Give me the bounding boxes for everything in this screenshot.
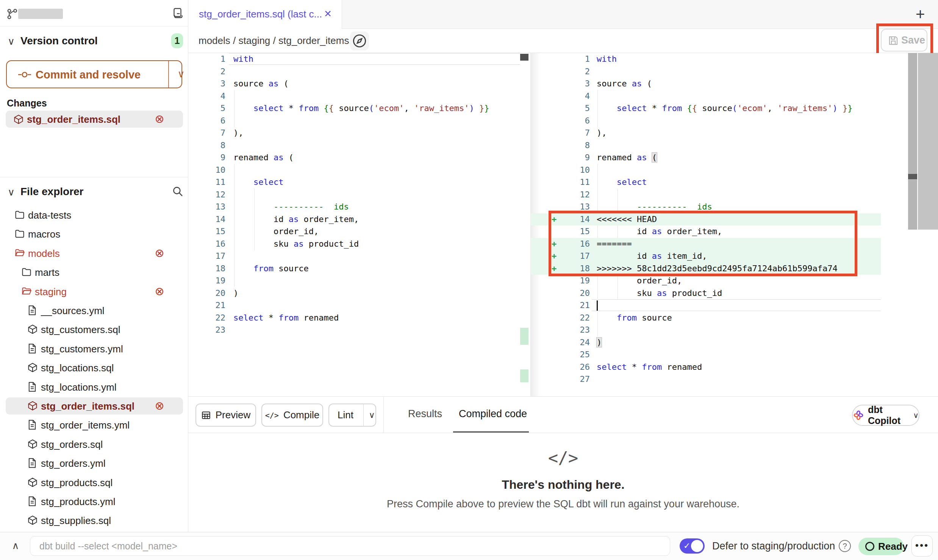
code-line[interactable]: 11 select	[531, 176, 881, 189]
code-line[interactable]: 26select * from renamed	[531, 361, 881, 374]
code-line[interactable]: 12	[188, 189, 520, 201]
dbt-copilot-button[interactable]: dbt Copilot ∨	[852, 405, 919, 426]
new-tab-icon[interactable]: +	[916, 5, 925, 23]
code-line[interactable]: 1with	[188, 53, 520, 66]
code-line[interactable]: 14 id as order_item,	[188, 213, 520, 226]
code-line[interactable]: 13 ---------- ids	[531, 201, 881, 213]
lineage-compass-icon[interactable]	[350, 31, 369, 50]
code-line[interactable]: +16=======	[531, 238, 881, 250]
code-line[interactable]: 9renamed as (	[531, 152, 881, 164]
lint-dropdown-chevron-icon[interactable]: ∨	[368, 410, 375, 420]
discard-change-icon[interactable]: ⊗	[153, 285, 166, 298]
model-icon	[27, 400, 38, 411]
code-line[interactable]: 16 sku as product_id	[188, 238, 520, 250]
expand-panel-chevron-icon[interactable]: ∧	[10, 540, 21, 552]
code-line[interactable]: 17	[188, 250, 520, 263]
code-line[interactable]: 19 order_id,	[531, 275, 881, 287]
save-button[interactable]: Save	[881, 29, 927, 52]
code-line[interactable]: 9renamed as (	[188, 152, 520, 164]
help-icon[interactable]: ?	[839, 540, 851, 552]
code-line[interactable]: 7),	[531, 127, 881, 139]
tab-results[interactable]: Results	[408, 408, 442, 420]
compile-button[interactable]: </> Compile	[261, 404, 323, 427]
code-line[interactable]: 23	[188, 324, 520, 336]
tab-stg-order-items[interactable]: stg_order_items.sql (last c... ✕	[188, 0, 342, 29]
file-row-stg-customers-yml[interactable]: stg_customers.yml	[6, 340, 183, 357]
file-row-stg-order-items-sql[interactable]: stg_order_items.sql⊗	[6, 397, 183, 415]
code-line[interactable]: 8	[188, 139, 520, 152]
code-line[interactable]: 21	[531, 299, 881, 312]
discard-change-icon[interactable]: ⊗	[153, 246, 166, 260]
code-line[interactable]: 1with	[531, 53, 881, 66]
file-row-stg-orders-yml[interactable]: stg_orders.yml	[6, 455, 183, 472]
code-line[interactable]: 8	[531, 139, 881, 152]
code-line[interactable]: 24)	[531, 336, 881, 349]
file-row-stg-locations-yml[interactable]: stg_locations.yml	[6, 379, 183, 396]
defer-toggle[interactable]: ✓	[680, 538, 705, 554]
file-row-models[interactable]: models⊗	[6, 245, 183, 262]
code-line[interactable]: 19	[188, 275, 520, 287]
code-line[interactable]: 10	[531, 164, 881, 177]
left-scrollbar-thumb[interactable]	[520, 54, 528, 61]
file-row-data-tests[interactable]: data-tests	[6, 206, 183, 224]
code-line[interactable]: 4	[188, 90, 520, 103]
code-line[interactable]: 25	[531, 349, 881, 361]
code-line[interactable]: 2	[531, 66, 881, 78]
code-line[interactable]: 6	[531, 115, 881, 127]
code-line[interactable]: 15 order_id,	[188, 225, 520, 238]
code-line[interactable]: 20)	[188, 287, 520, 300]
code-line[interactable]: 6	[188, 115, 520, 127]
code-line[interactable]: 3source as (	[188, 78, 520, 90]
code-line[interactable]: 23	[531, 324, 881, 336]
code-line[interactable]: 20 sku as product_id	[531, 287, 881, 300]
file-row-marts[interactable]: marts	[6, 264, 183, 281]
file-row-stg-supplies-sql[interactable]: stg_supplies.sql	[6, 512, 183, 529]
file-row-stg-locations-sql[interactable]: stg_locations.sql	[6, 359, 183, 376]
file-row--sources-yml[interactable]: __sources.yml	[6, 302, 183, 319]
right-scrollbar-thumb[interactable]	[908, 174, 917, 179]
file-explorer-section-header[interactable]: ∨ File explorer	[0, 184, 188, 200]
discard-change-icon[interactable]: ⊗	[153, 112, 166, 125]
file-row-stg-customers-sql[interactable]: stg_customers.sql	[6, 321, 183, 338]
code-line[interactable]: 2	[188, 66, 520, 78]
right-scrollbar-track[interactable]	[908, 53, 917, 230]
discard-change-icon[interactable]: ⊗	[153, 399, 166, 412]
code-line[interactable]: 13 ---------- ids	[188, 201, 520, 213]
file-row-macros[interactable]: macros	[6, 225, 183, 242]
file-row-stg-orders-sql[interactable]: stg_orders.sql	[6, 436, 183, 453]
code-line[interactable]: 22 from source	[531, 312, 881, 324]
code-line[interactable]: 21	[188, 299, 520, 312]
file-row-staging[interactable]: staging⊗	[6, 283, 183, 300]
code-line[interactable]: 11 select	[188, 176, 520, 189]
file-row-stg-products-yml[interactable]: stg_products.yml	[6, 493, 183, 510]
code-line[interactable]: 15 id as order_item,	[531, 225, 881, 238]
tab-compiled-code[interactable]: Compiled code	[459, 408, 527, 420]
code-line[interactable]: 18 from source	[188, 263, 520, 275]
code-line[interactable]: 7),	[188, 127, 520, 139]
code-line[interactable]: +17 id as item_id,	[531, 250, 881, 263]
file-row-stg-order-items-yml[interactable]: stg_order_items.yml	[6, 416, 183, 433]
code-line[interactable]: 3source as (	[531, 78, 881, 90]
code-line[interactable]: 27	[531, 373, 881, 386]
code-line[interactable]: 12	[531, 189, 881, 201]
code-line[interactable]: 5 select * from {{ source('ecom', 'raw_i…	[188, 102, 520, 115]
changed-file-row[interactable]: stg_order_items.sql ⊗	[6, 111, 183, 128]
dbt-command-input[interactable]	[30, 536, 670, 556]
code-line[interactable]: 5 select * from {{ source('ecom', 'raw_i…	[531, 102, 881, 115]
commit-and-resolve-button[interactable]: Commit and resolve ∨	[6, 60, 182, 88]
code-line[interactable]: 4	[531, 90, 881, 103]
version-control-section-header[interactable]: ∨ Version control 1	[0, 33, 188, 49]
code-line[interactable]: 10	[188, 164, 520, 177]
more-options-button[interactable]: •••	[911, 535, 933, 557]
close-tab-icon[interactable]: ✕	[324, 8, 332, 19]
code-line[interactable]: +14<<<<<<< HEAD	[531, 213, 881, 226]
search-icon[interactable]	[171, 185, 184, 198]
file-row-stg-products-sql[interactable]: stg_products.sql	[6, 474, 183, 491]
preview-button[interactable]: Preview	[195, 404, 256, 427]
commit-dropdown-chevron-icon[interactable]: ∨	[173, 68, 189, 80]
code-line[interactable]: +18>>>>>>> 58c1dd23d5eebd9cd2495fa7124ab…	[531, 263, 881, 275]
file-label: __sources.yml	[41, 305, 105, 317]
copy-icon[interactable]	[171, 7, 185, 20]
code-line[interactable]: 22select * from renamed	[188, 312, 520, 324]
lint-button[interactable]: Lint ∨	[328, 404, 376, 427]
